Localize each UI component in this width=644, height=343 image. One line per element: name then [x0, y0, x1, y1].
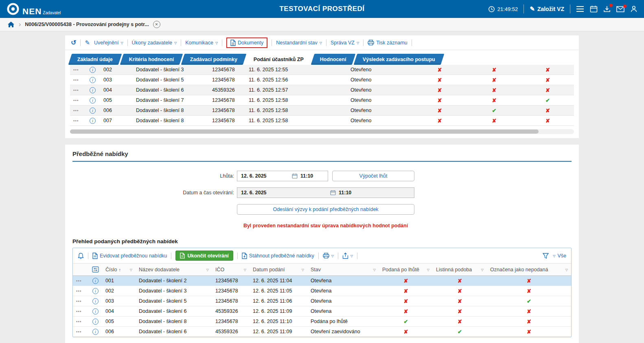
- column-header-datum[interactable]: Datum podání: [250, 267, 307, 273]
- tab[interactable]: Zadávací podmínky: [181, 54, 247, 65]
- column-settings-button[interactable]: [73, 266, 102, 273]
- toolbar-item-nestandardni-stav[interactable]: Nestandardní stav: [276, 40, 322, 46]
- download-offers-button[interactable]: Stáhnout předběžné nabídky: [242, 253, 314, 259]
- row-menu-icon[interactable]: [73, 118, 79, 123]
- submission-datetime: 12. 6. 2025 11:10: [250, 319, 307, 324]
- column-header-stav[interactable]: Stav: [307, 267, 379, 273]
- filter-icon[interactable]: [543, 253, 549, 259]
- table-row[interactable]: 007 Dodavatel - školení 8 12345678 11. 6…: [70, 116, 574, 126]
- tab[interactable]: Základní údaje: [68, 54, 122, 65]
- tab[interactable]: Výsledek zadávacího postupu: [353, 54, 444, 65]
- column-header-ico[interactable]: IČO: [212, 267, 250, 273]
- status: Otevřeno: [347, 77, 412, 83]
- tab[interactable]: Kritéria hodnocení: [120, 54, 183, 65]
- column-header-listinna[interactable]: Listinná podoba: [433, 267, 487, 273]
- menu-icon[interactable]: [576, 6, 584, 12]
- calendar-icon: [330, 190, 336, 196]
- user-icon[interactable]: [630, 5, 637, 13]
- history-icon[interactable]: [71, 39, 76, 46]
- deadline-date[interactable]: 12. 6. 2025: [241, 173, 289, 179]
- view-all-button[interactable]: Vše: [553, 253, 566, 259]
- info-icon[interactable]: [90, 67, 96, 73]
- info-icon[interactable]: [90, 118, 96, 124]
- column-header-cislo[interactable]: Číslo: [102, 267, 136, 273]
- row-menu-icon[interactable]: [73, 87, 79, 93]
- column-header-podana[interactable]: Podaná po lhůtě: [379, 267, 433, 273]
- column-header-nazev[interactable]: Název dodavatele: [136, 267, 212, 273]
- row-menu-icon[interactable]: [76, 288, 82, 294]
- register-offer-button[interactable]: Evidovat předběžnou nabídku: [92, 253, 167, 259]
- table-row[interactable]: 003 Dodavatel - školení 5 12345678 12. 6…: [73, 296, 571, 306]
- toolbar-item-uverejneni[interactable]: Uveřejnění: [94, 40, 123, 46]
- calculate-deadlines-button[interactable]: Výpočet lhůt: [332, 171, 414, 181]
- mark-paper: [467, 67, 521, 73]
- table-row[interactable]: 001 Dodavatel - školení 2 12345678 12. 6…: [73, 276, 571, 286]
- calendar-icon[interactable]: [292, 173, 298, 179]
- calendar-icon[interactable]: [590, 5, 598, 13]
- row-menu-icon[interactable]: [76, 319, 82, 324]
- edit-icon[interactable]: [85, 39, 90, 46]
- row-menu-icon[interactable]: [73, 108, 79, 113]
- info-icon[interactable]: [92, 288, 99, 294]
- tab[interactable]: Podání účastníků ZP: [245, 54, 313, 65]
- table-row[interactable]: 003 Dodavatel - školení 5 12345678 11. 6…: [70, 75, 574, 85]
- column-menu-icon[interactable]: [481, 267, 484, 273]
- send-call-button[interactable]: Odeslání výzvy k podání předběžných nabí…: [237, 204, 414, 215]
- info-icon[interactable]: [90, 77, 96, 83]
- create-vz-button[interactable]: Založit VZ: [530, 5, 564, 13]
- column-menu-icon[interactable]: [565, 267, 568, 273]
- row-menu-icon[interactable]: [76, 298, 82, 304]
- row-menu-icon[interactable]: [73, 77, 79, 83]
- column-header-oznacena[interactable]: Označena jako nepodaná: [487, 267, 571, 273]
- column-menu-icon[interactable]: [302, 267, 304, 273]
- row-menu-icon[interactable]: [76, 278, 82, 284]
- row-menu-icon[interactable]: [73, 67, 79, 73]
- table-row[interactable]: 006 Dodavatel - školení 8 12345678 11. 6…: [70, 106, 574, 116]
- table-row[interactable]: 004 Dodavatel - školení 6 45359326 11. 6…: [70, 85, 574, 95]
- column-menu-icon[interactable]: [373, 267, 376, 273]
- info-icon[interactable]: [92, 319, 99, 325]
- scrollbar-thumb[interactable]: [70, 130, 539, 134]
- row-menu-icon[interactable]: [76, 308, 82, 314]
- row-number: 003: [102, 298, 136, 304]
- row-menu-icon[interactable]: [76, 329, 82, 334]
- toolbar-item-dokumenty-highlighted[interactable]: Dokumenty: [226, 37, 267, 48]
- table-row[interactable]: 004 Dodavatel - školení 6 45359326 12. 6…: [73, 306, 571, 317]
- toolbar-item-sprava-vz[interactable]: Správa VZ: [331, 40, 359, 46]
- info-icon[interactable]: [92, 329, 99, 335]
- deadline-datetime-field[interactable]: 12. 6. 2025 11:10: [237, 171, 328, 181]
- row-menu-icon[interactable]: [73, 97, 79, 103]
- table-row[interactable]: 005 Dodavatel - školení 8 12345678 12. 6…: [73, 317, 571, 327]
- breadcrumb-item[interactable]: N006/25/V00005438 - Provozování prodejny…: [25, 22, 149, 27]
- column-menu-icon[interactable]: [130, 267, 132, 273]
- mail-icon[interactable]: [616, 6, 624, 12]
- end-opening-button[interactable]: Ukončit otevírání: [175, 251, 233, 261]
- nen-logo[interactable]: NEN Zadavatel: [7, 2, 61, 15]
- info-icon[interactable]: [90, 108, 96, 114]
- table-row[interactable]: 006 Dodavatel - školení 6 45359326 12. 6…: [73, 327, 571, 337]
- column-menu-icon[interactable]: [427, 267, 429, 273]
- info-icon[interactable]: [90, 97, 96, 103]
- export-menu-button[interactable]: [342, 253, 353, 259]
- print-menu-button[interactable]: [323, 253, 334, 259]
- home-icon[interactable]: [7, 21, 15, 28]
- download-icon[interactable]: [603, 5, 611, 13]
- table-row[interactable]: 002 Dodavatel - školení 3 12345678 12. 6…: [73, 286, 571, 296]
- column-menu-icon[interactable]: [244, 267, 246, 273]
- horizontal-scrollbar[interactable]: [70, 129, 574, 134]
- bell-icon[interactable]: [78, 253, 84, 259]
- info-icon[interactable]: [92, 308, 99, 314]
- info-icon[interactable]: [90, 87, 96, 93]
- toolbar-item-komunikace[interactable]: Komunikace: [185, 40, 218, 46]
- tab[interactable]: Hodnocení: [311, 54, 355, 65]
- table-row[interactable]: 002 Dodavatel - školení 3 12345678 11. 6…: [70, 65, 574, 75]
- toolbar-item-tisk-zaznamu[interactable]: Tisk záznamu: [368, 40, 407, 46]
- toolbar-item-ukony-zadavatele[interactable]: Úkony zadavatele: [132, 40, 177, 46]
- deadline-time[interactable]: 11:10: [300, 173, 313, 179]
- info-icon[interactable]: [92, 278, 99, 284]
- close-icon[interactable]: [153, 21, 160, 28]
- info-icon[interactable]: [92, 298, 99, 304]
- table-row[interactable]: 005 Dodavatel - školení 7 12345678 11. 6…: [70, 95, 574, 106]
- mark-paper: [467, 97, 521, 103]
- column-menu-icon[interactable]: [206, 267, 209, 273]
